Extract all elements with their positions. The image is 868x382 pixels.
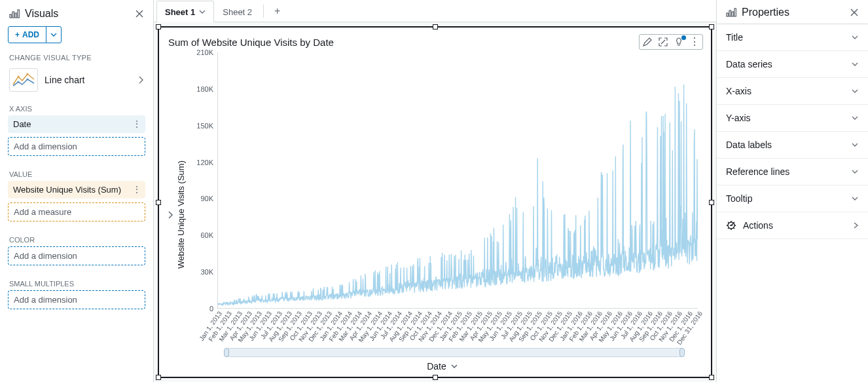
x-axis: Jan 1, 2013Feb 1, 2013Mar 1, 2013Apr 1, … [217,309,698,345]
small-multiples-field-well: SMALL MULTIPLES Add a dimension [0,275,153,318]
visual-title[interactable]: Sum of Website Unique Visits by Date [168,37,639,48]
sheet-tab[interactable]: Sheet 2 [214,1,261,22]
add-visual-label: ADD [22,30,39,39]
y-tick-label: 150K [196,122,213,130]
chart-area: Website Unique Visits (Sum) 030K60K90K12… [159,52,711,377]
value-field-pill[interactable]: Website Unique Visits (Sum) ⋮ [8,181,145,199]
visual-toolbar: ⋮ [639,34,703,50]
properties-section-row[interactable]: Y-axis [717,105,868,132]
svg-point-5 [27,73,29,75]
visual-frame[interactable]: Sum of Website Unique Visits by Date ⋮ [158,26,712,378]
properties-section-label: Y-axis [726,113,851,123]
chevron-down-icon [851,195,859,202]
svg-rect-0 [10,14,12,18]
color-add-dimension[interactable]: Add a dimension [8,246,145,265]
chevron-down-icon[interactable] [450,363,458,370]
field-menu-icon[interactable]: ⋮ [132,122,141,126]
y-tick-label: 30K [200,268,213,276]
sheet-tab[interactable]: Sheet 1 [156,1,214,22]
tab-separator [263,5,264,18]
resize-handle[interactable] [709,24,714,29]
canvas-area: Sheet 1Sheet 2 + Sum of Website Unique V… [154,0,716,382]
maximize-visual-button[interactable] [658,37,668,47]
y-tick-label: 60K [200,231,213,239]
xaxis-add-dimension[interactable]: Add a dimension [8,137,145,156]
svg-point-6 [18,81,20,83]
visuals-icon [9,9,20,19]
color-add-label: Add a dimension [14,251,77,261]
properties-actions-row[interactable]: Actions [717,212,868,239]
y-tick-label: 90K [200,195,213,202]
value-field-name: Website Unique Visits (Sum) [13,185,121,195]
svg-rect-11 [734,9,736,16]
x-axis-label-row: Date [187,360,698,377]
field-menu-icon[interactable]: ⋮ [132,187,141,192]
properties-section-row[interactable]: Reference lines [717,159,868,185]
change-visual-type-label: CHANGE VISUAL TYPE [0,50,153,66]
color-label: COLOR [8,233,145,246]
chevron-down-icon [851,142,859,148]
value-add-measure[interactable]: Add a measure [8,202,145,221]
close-visuals-panel-button[interactable] [132,7,147,21]
properties-section-label: Tooltip [726,193,851,204]
time-scrubber[interactable] [224,348,685,357]
add-visual-dropdown-button[interactable] [46,27,61,43]
sheet-tabs: Sheet 1Sheet 2 + [154,0,716,22]
scrubber-handle-right[interactable] [679,348,685,357]
chevron-down-icon [851,168,859,175]
svg-rect-10 [732,12,734,16]
xaxis-field-pill[interactable]: Date ⋮ [8,115,145,133]
small-multiples-add-dimension[interactable]: Add a dimension [8,290,145,309]
resize-handle[interactable] [156,24,161,29]
resize-handle[interactable] [433,24,438,29]
xaxis-label: X AXIS [8,102,145,115]
svg-rect-8 [727,13,729,16]
x-axis-label: Date [427,361,446,372]
notification-dot-icon [681,35,686,40]
svg-rect-3 [18,10,20,18]
value-field-well: VALUE Website Unique Visits (Sum) ⋮ Add … [0,165,153,231]
line-chart-icon [9,68,38,92]
chart-plot[interactable] [217,52,698,309]
chevron-down-icon [851,61,859,67]
color-field-well: COLOR Add a dimension [0,231,153,275]
visuals-title: Visuals [25,8,132,20]
chevron-right-icon [852,221,859,230]
visual-titlebar: Sum of Website Unique Visits by Date ⋮ [159,28,711,52]
properties-section-row[interactable]: X-axis [717,78,868,105]
properties-section-label: Reference lines [726,166,851,177]
plus-icon: + [15,30,20,39]
visuals-panel: Visuals + ADD CHANGE VISUAL TYPE Line ch [0,0,154,382]
properties-section-label: X-axis [726,86,851,96]
svg-rect-2 [15,13,17,18]
properties-section-row[interactable]: Title [717,24,868,51]
collapse-legend-button[interactable] [166,206,175,224]
actions-label: Actions [743,220,852,231]
add-sheet-button[interactable]: + [266,5,288,17]
chevron-down-icon [851,88,859,94]
svg-point-7 [27,79,29,81]
properties-section-row[interactable]: Tooltip [717,185,868,212]
visuals-header: Visuals [0,0,153,26]
change-visual-type-button[interactable]: Line chart [0,66,153,100]
properties-header: Properties [717,0,868,24]
properties-section-row[interactable]: Data labels [717,132,868,159]
close-properties-panel-button[interactable] [850,8,859,17]
edit-visual-button[interactable] [642,37,653,47]
properties-icon [726,7,736,18]
y-axis-label: Website Unique Visits (Sum) [175,161,187,269]
y-tick-label: 180K [196,85,213,93]
value-label: VALUE [8,168,145,181]
properties-section-label: Data series [726,59,851,69]
insights-button[interactable] [674,37,684,47]
visual-menu-button[interactable]: ⋮ [689,37,700,47]
properties-section-label: Data labels [726,140,851,150]
add-visual-button[interactable]: + ADD [8,26,62,43]
sheet-tab-label: Sheet 2 [223,7,252,17]
properties-section-row[interactable]: Data series [717,51,868,78]
xaxis-field-name: Date [13,119,31,129]
small-multiples-add-label: Add a dimension [14,295,77,305]
scrubber-handle-left[interactable] [224,348,229,357]
actions-icon [726,220,736,231]
chevron-down-icon[interactable] [199,9,206,14]
